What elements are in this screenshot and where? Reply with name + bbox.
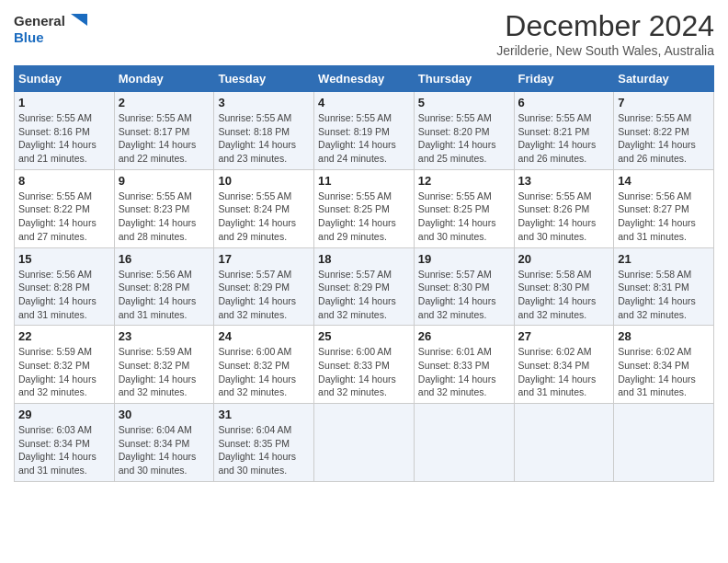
header-friday: Friday	[514, 66, 614, 92]
calendar-week-5: 29Sunrise: 6:03 AMSunset: 8:34 PMDayligh…	[15, 404, 714, 482]
day-number: 18	[318, 252, 410, 266]
day-number: 5	[418, 96, 510, 109]
calendar-cell: 6Sunrise: 5:55 AMSunset: 8:21 PMDaylight…	[514, 92, 614, 170]
calendar-cell: 15Sunrise: 5:56 AMSunset: 8:28 PMDayligh…	[15, 247, 115, 326]
svg-text:Blue: Blue	[14, 29, 44, 45]
calendar-table: SundayMondayTuesdayWednesdayThursdayFrid…	[14, 65, 714, 482]
calendar-cell: 29Sunrise: 6:03 AMSunset: 8:34 PMDayligh…	[15, 404, 115, 482]
day-detail: Sunrise: 5:55 AMSunset: 8:24 PMDaylight:…	[218, 190, 310, 244]
day-number: 7	[618, 96, 710, 109]
day-number: 8	[18, 174, 110, 188]
day-number: 3	[218, 96, 310, 109]
location-subtitle: Jerilderie, New South Wales, Australia	[496, 43, 714, 58]
day-number: 31	[218, 408, 310, 421]
day-detail: Sunrise: 5:55 AMSunset: 8:25 PMDaylight:…	[318, 190, 410, 244]
day-detail: Sunrise: 5:58 AMSunset: 8:31 PMDaylight:…	[618, 268, 710, 322]
calendar-week-4: 22Sunrise: 5:59 AMSunset: 8:32 PMDayligh…	[15, 326, 714, 404]
calendar-week-2: 8Sunrise: 5:55 AMSunset: 8:22 PMDaylight…	[15, 169, 714, 247]
page-header: General Blue December 2024 Jerilderie, N…	[14, 9, 714, 58]
calendar-cell: 19Sunrise: 5:57 AMSunset: 8:30 PMDayligh…	[414, 247, 514, 326]
day-detail: Sunrise: 5:55 AMSunset: 8:17 PMDaylight:…	[119, 111, 210, 166]
day-number: 14	[618, 174, 710, 188]
day-header-row: SundayMondayTuesdayWednesdayThursdayFrid…	[15, 66, 714, 92]
calendar-cell	[314, 404, 415, 482]
header-saturday: Saturday	[614, 66, 714, 92]
day-number: 6	[518, 96, 610, 109]
day-detail: Sunrise: 5:56 AMSunset: 8:27 PMDaylight:…	[618, 190, 710, 244]
day-detail: Sunrise: 5:55 AMSunset: 8:18 PMDaylight:…	[218, 111, 310, 166]
calendar-cell: 27Sunrise: 6:02 AMSunset: 8:34 PMDayligh…	[514, 326, 614, 404]
svg-text:General: General	[14, 13, 65, 29]
calendar-cell: 8Sunrise: 5:55 AMSunset: 8:22 PMDaylight…	[15, 169, 115, 247]
day-number: 21	[618, 252, 710, 266]
calendar-cell: 24Sunrise: 6:00 AMSunset: 8:32 PMDayligh…	[214, 326, 314, 404]
day-number: 11	[318, 174, 410, 188]
day-detail: Sunrise: 6:04 AMSunset: 8:35 PMDaylight:…	[218, 423, 310, 477]
month-year-title: December 2024	[496, 9, 714, 43]
calendar-cell: 31Sunrise: 6:04 AMSunset: 8:35 PMDayligh…	[214, 404, 314, 482]
calendar-cell: 1Sunrise: 5:55 AMSunset: 8:16 PMDaylight…	[15, 92, 115, 170]
day-number: 9	[119, 174, 210, 188]
day-number: 15	[18, 252, 110, 266]
logo-svg: General Blue	[14, 9, 87, 51]
calendar-cell: 11Sunrise: 5:55 AMSunset: 8:25 PMDayligh…	[314, 169, 415, 247]
day-detail: Sunrise: 6:02 AMSunset: 8:34 PMDaylight:…	[618, 345, 710, 399]
day-detail: Sunrise: 5:58 AMSunset: 8:30 PMDaylight:…	[518, 268, 610, 322]
calendar-cell: 26Sunrise: 6:01 AMSunset: 8:33 PMDayligh…	[414, 326, 514, 404]
logo: General Blue	[14, 9, 87, 51]
calendar-cell: 23Sunrise: 5:59 AMSunset: 8:32 PMDayligh…	[114, 326, 214, 404]
day-number: 2	[119, 96, 210, 109]
calendar-cell: 17Sunrise: 5:57 AMSunset: 8:29 PMDayligh…	[214, 247, 314, 326]
day-number: 20	[518, 252, 610, 266]
day-detail: Sunrise: 5:56 AMSunset: 8:28 PMDaylight:…	[119, 268, 210, 322]
day-number: 1	[18, 96, 110, 109]
title-block: December 2024 Jerilderie, New South Wale…	[496, 9, 714, 58]
calendar-cell: 18Sunrise: 5:57 AMSunset: 8:29 PMDayligh…	[314, 247, 415, 326]
day-number: 29	[18, 408, 110, 421]
day-detail: Sunrise: 5:59 AMSunset: 8:32 PMDaylight:…	[18, 345, 110, 399]
day-detail: Sunrise: 6:02 AMSunset: 8:34 PMDaylight:…	[518, 345, 610, 399]
calendar-cell: 9Sunrise: 5:55 AMSunset: 8:23 PMDaylight…	[114, 169, 214, 247]
day-number: 17	[218, 252, 310, 266]
calendar-cell	[514, 404, 614, 482]
calendar-cell: 21Sunrise: 5:58 AMSunset: 8:31 PMDayligh…	[614, 247, 714, 326]
day-detail: Sunrise: 5:55 AMSunset: 8:16 PMDaylight:…	[18, 111, 110, 166]
day-detail: Sunrise: 5:55 AMSunset: 8:23 PMDaylight:…	[119, 190, 210, 244]
day-number: 30	[119, 408, 210, 421]
day-number: 22	[18, 329, 110, 343]
calendar-cell: 16Sunrise: 5:56 AMSunset: 8:28 PMDayligh…	[114, 247, 214, 326]
day-number: 10	[218, 174, 310, 188]
day-detail: Sunrise: 6:01 AMSunset: 8:33 PMDaylight:…	[418, 345, 510, 399]
calendar-cell: 3Sunrise: 5:55 AMSunset: 8:18 PMDaylight…	[214, 92, 314, 170]
calendar-cell: 14Sunrise: 5:56 AMSunset: 8:27 PMDayligh…	[614, 169, 714, 247]
day-detail: Sunrise: 5:57 AMSunset: 8:29 PMDaylight:…	[318, 268, 410, 322]
day-detail: Sunrise: 6:04 AMSunset: 8:34 PMDaylight:…	[119, 423, 210, 477]
calendar-cell: 2Sunrise: 5:55 AMSunset: 8:17 PMDaylight…	[114, 92, 214, 170]
calendar-cell: 5Sunrise: 5:55 AMSunset: 8:20 PMDaylight…	[414, 92, 514, 170]
header-wednesday: Wednesday	[314, 66, 415, 92]
calendar-cell: 10Sunrise: 5:55 AMSunset: 8:24 PMDayligh…	[214, 169, 314, 247]
day-number: 24	[218, 329, 310, 343]
day-detail: Sunrise: 6:00 AMSunset: 8:33 PMDaylight:…	[318, 345, 410, 399]
day-detail: Sunrise: 5:55 AMSunset: 8:20 PMDaylight:…	[418, 111, 510, 166]
calendar-cell: 30Sunrise: 6:04 AMSunset: 8:34 PMDayligh…	[114, 404, 214, 482]
day-number: 13	[518, 174, 610, 188]
day-detail: Sunrise: 5:55 AMSunset: 8:19 PMDaylight:…	[318, 111, 410, 166]
calendar-cell: 22Sunrise: 5:59 AMSunset: 8:32 PMDayligh…	[15, 326, 115, 404]
day-number: 12	[418, 174, 510, 188]
calendar-cell	[414, 404, 514, 482]
day-number: 26	[418, 329, 510, 343]
svg-marker-1	[71, 14, 87, 26]
day-detail: Sunrise: 5:56 AMSunset: 8:28 PMDaylight:…	[18, 268, 110, 322]
header-monday: Monday	[114, 66, 214, 92]
day-detail: Sunrise: 6:03 AMSunset: 8:34 PMDaylight:…	[18, 423, 110, 477]
calendar-week-3: 15Sunrise: 5:56 AMSunset: 8:28 PMDayligh…	[15, 247, 714, 326]
day-detail: Sunrise: 5:57 AMSunset: 8:30 PMDaylight:…	[418, 268, 510, 322]
day-detail: Sunrise: 5:55 AMSunset: 8:22 PMDaylight:…	[18, 190, 110, 244]
calendar-cell	[614, 404, 714, 482]
calendar-cell: 20Sunrise: 5:58 AMSunset: 8:30 PMDayligh…	[514, 247, 614, 326]
header-sunday: Sunday	[15, 66, 115, 92]
calendar-cell: 12Sunrise: 5:55 AMSunset: 8:25 PMDayligh…	[414, 169, 514, 247]
calendar-cell: 28Sunrise: 6:02 AMSunset: 8:34 PMDayligh…	[614, 326, 714, 404]
day-number: 16	[119, 252, 210, 266]
